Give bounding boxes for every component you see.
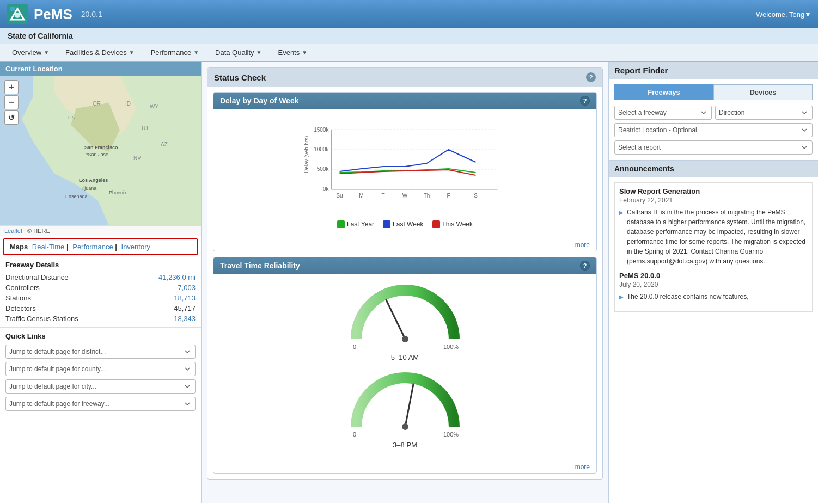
svg-text:Ensenada: Ensenada	[65, 194, 88, 199]
delay-chart-content: Delay (veh-hrs) 0k 500k	[213, 109, 596, 238]
nav-performance-arrow: ▼	[193, 50, 199, 56]
app-title: PeMS	[34, 6, 72, 23]
status-check-help-button[interactable]: ?	[586, 72, 596, 82]
delay-chart-more-link[interactable]: more	[575, 241, 590, 249]
nav-facilities[interactable]: Facilities & Devices ▼	[58, 44, 142, 61]
svg-text:WY: WY	[150, 103, 158, 109]
restrict-location-select[interactable]: Restrict Location - Optional	[614, 123, 813, 137]
main-layout: Current Location OR ID UT WY N	[0, 62, 818, 503]
freeway-select-row: Select a freeway Direction	[614, 106, 813, 120]
nav-performance[interactable]: Performance ▼	[143, 44, 206, 61]
ann-0-body: Caltrans IT is in the the process of mig…	[619, 207, 808, 266]
legend-last-week-color	[383, 220, 390, 228]
svg-rect-2	[10, 7, 15, 11]
app-version: 20.0.1	[81, 10, 102, 19]
maps-links-section: Maps Real-Time | Performance | Inventory	[3, 238, 198, 255]
realtime-map-link[interactable]: Real-Time	[32, 243, 64, 251]
svg-text:500k: 500k	[317, 166, 329, 172]
freeway-details: Freeway Details Directional Distance 41,…	[0, 257, 201, 328]
district-select[interactable]: Jump to default page for district...	[5, 345, 196, 359]
gauge-am-pivot	[402, 336, 408, 342]
welcome-message[interactable]: Welcome, Tong▼	[756, 10, 811, 19]
nav-overview[interactable]: Overview ▼	[4, 44, 57, 61]
report-tabs: Freeways Devices	[614, 84, 813, 100]
stations-link[interactable]: 18,713	[174, 294, 196, 302]
nav-facilities-arrow: ▼	[129, 50, 135, 56]
legend-last-year: Last Year	[337, 220, 374, 228]
header-logo: PeMS 20.0.1	[7, 4, 102, 24]
travel-time-help-button[interactable]: ?	[580, 261, 590, 271]
performance-map-link[interactable]: Performance	[72, 243, 113, 251]
legend-this-week: This Week	[432, 220, 473, 228]
delay-chart-svg: Delay (veh-hrs) 0k 500k	[223, 119, 587, 217]
svg-point-1	[15, 13, 20, 18]
announcement-0: Slow Report Generation February 22, 2021…	[619, 187, 808, 266]
svg-text:Delay (veh-hrs): Delay (veh-hrs)	[303, 136, 309, 173]
svg-text:Los Angeles: Los Angeles	[79, 177, 108, 183]
directional-distance-link[interactable]: 41,236.0 mi	[158, 273, 196, 281]
svg-text:W: W	[402, 193, 408, 199]
svg-text:Th: Th	[424, 193, 430, 199]
tab-freeways[interactable]: Freeways	[614, 84, 713, 100]
svg-text:NV: NV	[133, 155, 141, 161]
restrict-location-row: Restrict Location - Optional	[614, 123, 813, 137]
travel-time-title: Travel Time Reliability	[220, 261, 300, 270]
delay-chart-help-button[interactable]: ?	[580, 96, 590, 106]
gauge-am: 0 100% 5–10 AM	[219, 279, 591, 367]
nav-data-quality[interactable]: Data Quality ▼	[207, 44, 269, 61]
svg-text:Phoenix: Phoenix	[109, 190, 127, 195]
map-header: Current Location	[0, 62, 201, 76]
ann-0-title: Slow Report Generation	[619, 187, 808, 195]
legend-last-week: Last Week	[383, 220, 423, 228]
freeway-details-title: Freeway Details	[5, 261, 196, 269]
ann-1-title: PeMS 20.0.0	[619, 272, 808, 280]
svg-text:1000k: 1000k	[314, 146, 329, 152]
select-report-select[interactable]: Select a report	[614, 140, 813, 155]
svg-text:*San Jose: *San Jose	[86, 152, 108, 157]
center-panel: Status Check ? Delay by Day of Week ? De…	[202, 62, 608, 503]
reset-button[interactable]: ↺	[4, 110, 19, 125]
svg-text:F: F	[447, 193, 450, 199]
state-title: State of California	[8, 32, 73, 40]
county-select[interactable]: Jump to default page for county...	[5, 362, 196, 376]
map-bg: OR ID UT WY NV AZ San Francisco *San Jos…	[0, 76, 201, 225]
controllers-link[interactable]: 7,003	[178, 284, 196, 292]
select-report-row: Select a report	[614, 140, 813, 155]
svg-text:ID: ID	[125, 101, 131, 107]
detail-directional-distance: Directional Distance 41,236.0 mi	[5, 272, 196, 282]
status-check-header: Status Check ?	[207, 68, 602, 87]
zoom-in-button[interactable]: +	[4, 80, 19, 94]
report-finder: Report Finder Freeways Devices Select a …	[609, 62, 818, 161]
zoom-out-button[interactable]: −	[4, 95, 19, 109]
travel-time-more-link[interactable]: more	[575, 463, 590, 471]
freeway-select[interactable]: Jump to default page for freeway...	[5, 397, 196, 411]
svg-text:M: M	[359, 193, 363, 199]
svg-text:CA: CA	[68, 115, 75, 120]
nav-events[interactable]: Events ▼	[270, 44, 315, 61]
report-finder-title: Report Finder	[609, 62, 818, 79]
announcements-scroll-area[interactable]: Slow Report Generation February 22, 2021…	[614, 182, 813, 312]
inventory-map-link[interactable]: Inventory	[121, 243, 150, 251]
tab-devices[interactable]: Devices	[713, 84, 813, 100]
freeway-report-select[interactable]: Select a freeway	[614, 106, 712, 120]
leaflet-link[interactable]: Leaflet	[4, 228, 22, 234]
maps-label: Maps	[10, 243, 28, 251]
legend-last-year-color	[337, 220, 345, 228]
city-select[interactable]: Jump to default page for city...	[5, 379, 196, 394]
last-week-line	[340, 150, 476, 171]
detail-stations: Stations 18,713	[5, 293, 196, 303]
delay-chart-widget: Delay by Day of Week ? Delay (veh-hrs)	[213, 92, 597, 251]
header: PeMS 20.0.1 Welcome, Tong▼	[0, 0, 818, 28]
chart-area: Delay (veh-hrs) 0k 500k	[219, 114, 591, 232]
ann-1-body: The 20.0.0 release contains new features…	[619, 292, 808, 302]
svg-text:T: T	[381, 193, 384, 199]
this-week-line	[340, 170, 476, 175]
svg-text:S: S	[474, 193, 478, 199]
svg-text:1500k: 1500k	[314, 127, 329, 133]
svg-text:0: 0	[353, 431, 356, 438]
legend-last-year-label: Last Year	[347, 220, 374, 228]
status-check-section: Status Check ? Delay by Day of Week ? De…	[207, 67, 603, 480]
svg-text:San Francisco: San Francisco	[84, 145, 118, 150]
traffic-census-link[interactable]: 18,343	[174, 315, 196, 323]
direction-select[interactable]: Direction	[715, 106, 813, 120]
